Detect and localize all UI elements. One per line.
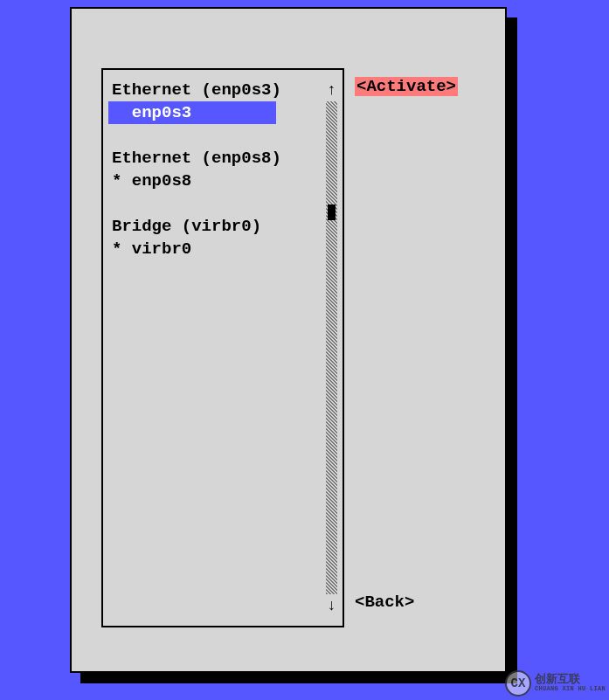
connection-list-box[interactable]: Ethernet (enp0s3) enp0s3 Ethernet (enp0s… — [101, 68, 344, 627]
scrollbar[interactable]: ↑ ↓ — [326, 79, 337, 617]
list-group-header: Bridge (virbr0) — [103, 215, 343, 238]
watermark: CX 创新互联 CHUANG XIN HU LIAN — [505, 670, 606, 697]
watermark-logo-icon: CX — [505, 670, 531, 697]
back-button[interactable]: <Back> — [355, 593, 414, 612]
action-column: <Activate> — [355, 77, 458, 96]
list-group-header: Ethernet (enp0s8) — [103, 147, 343, 170]
list-item-selected[interactable]: enp0s3 — [108, 101, 276, 124]
watermark-text: 创新互联 CHUANG XIN HU LIAN — [535, 674, 606, 693]
list-item[interactable]: * virbr0 — [103, 238, 343, 260]
list-spacer — [103, 124, 343, 147]
scroll-track[interactable] — [326, 101, 337, 594]
list-item[interactable]: * enp0s8 — [103, 170, 343, 192]
scroll-thumb[interactable] — [328, 204, 336, 220]
watermark-line2: CHUANG XIN HU LIAN — [535, 686, 606, 693]
activate-button[interactable]: <Activate> — [355, 77, 458, 96]
list-spacer — [103, 192, 343, 215]
watermark-line1: 创新互联 — [535, 674, 606, 686]
dialog-window: Ethernet (enp0s3) enp0s3 Ethernet (enp0s… — [70, 7, 507, 673]
scroll-down-arrow-icon[interactable]: ↓ — [327, 594, 336, 617]
list-group-header: Ethernet (enp0s3) — [103, 79, 343, 101]
scroll-up-arrow-icon[interactable]: ↑ — [327, 79, 336, 101]
